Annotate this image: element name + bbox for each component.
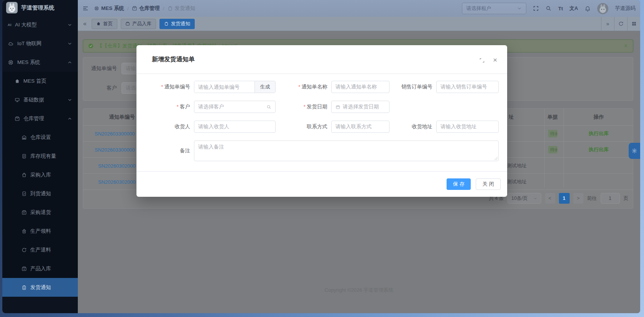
field-label-notice-no: *通知单编号 [147, 83, 194, 90]
sidebar-item-production-pick[interactable]: 生产领料 [2, 222, 78, 240]
sidebar-item-ai[interactable]: AI AI 大模型 [2, 15, 78, 34]
sidebar-item-label: 发货通知 [30, 284, 51, 291]
hamburger-icon[interactable] [82, 5, 89, 11]
field-label-address: 收货地址 [397, 123, 436, 130]
sn-link[interactable]: SN20260302000 [98, 158, 136, 174]
tab-product-in[interactable]: 产品入库 [121, 19, 156, 29]
sn-link[interactable]: SN20260302000 [98, 174, 136, 190]
sidebar-item-mes[interactable]: MES 系统 [2, 53, 78, 72]
refresh-icon[interactable] [614, 17, 627, 31]
grid-menu-icon[interactable] [627, 17, 640, 31]
sidebar-item-label: 生产退料 [30, 247, 51, 253]
bag-icon [21, 172, 27, 178]
breadcrumb: MES 系统 / 仓库管理 / 发货通知 [94, 5, 196, 12]
sidebar-item-label: 仓库设置 [30, 134, 51, 141]
sn-link[interactable]: SN202603300000 [95, 142, 135, 158]
sidebar-item-label: 采购入库 [30, 172, 51, 178]
address-input[interactable]: 请输入收货地址 [436, 121, 499, 133]
sidebar-item-label: 生产领料 [30, 228, 51, 235]
execute-outbound-link[interactable]: 执行出库 [578, 126, 620, 142]
required-mark: * [298, 84, 300, 90]
pagination: 共 4 条 10条/页 < 1 > 前往 1 页 [489, 193, 628, 204]
generate-button[interactable]: 生成 [255, 81, 275, 93]
goto-label: 前往 [587, 195, 597, 202]
save-button[interactable]: 保 存 [447, 178, 471, 190]
goto-page-input[interactable]: 1 [601, 193, 620, 204]
current-page-button[interactable]: 1 [559, 193, 570, 204]
bell-icon[interactable] [585, 5, 591, 11]
resize-handle[interactable] [494, 156, 498, 160]
sidebar-item-production-return[interactable]: 生产退料 [2, 240, 78, 259]
sidebar-item-label: 基础数据 [23, 96, 44, 103]
copyright-footer: Copyright ©2026 芋道管理系统 [78, 287, 640, 294]
sales-order-no-input[interactable]: 请输入销售订单编号 [436, 81, 499, 93]
sidebar-item-shipping-notice[interactable]: 发货通知 [2, 278, 78, 297]
sidebar-item-warehouse-mgmt[interactable]: 仓库管理 [2, 109, 78, 128]
sidebar-item-label: MES 系统 [17, 59, 40, 66]
close-button[interactable]: 关 闭 [476, 178, 501, 190]
field-label-receiver: 收货人 [147, 123, 194, 130]
theme-settings-button[interactable] [629, 143, 640, 159]
rabbit-logo-icon [6, 2, 18, 13]
document-icon [21, 154, 27, 159]
refresh-icon [21, 247, 27, 253]
font-size-icon[interactable]: Tt [558, 6, 563, 11]
search-icon[interactable] [545, 5, 552, 11]
notice-no-input-group: 请输入通知单编号 生成 [194, 81, 276, 93]
receiver-input[interactable]: 请输入收货人 [194, 121, 276, 133]
sidebar-item-arrival-notice[interactable]: 到货通知 [2, 184, 78, 203]
top-navbar: MES 系统 / 仓库管理 / 发货通知 请选择租户 [78, 0, 640, 17]
sidebar-item-product-in[interactable]: 产品入库 [2, 259, 78, 278]
tab-home[interactable]: 首页 [92, 19, 117, 29]
bag-out-icon [21, 229, 27, 234]
sidebar-item-iot[interactable]: IoT 物联网 [2, 34, 78, 53]
sidebar-item-stock-onhand[interactable]: 库存现有量 [2, 147, 78, 165]
breadcrumb-item-mes[interactable]: MES 系统 [94, 5, 124, 12]
logo-row[interactable]: 芋道管理系统 [2, 0, 78, 15]
sidebar-item-base-data[interactable]: 基础数据 [2, 90, 78, 109]
close-icon[interactable]: × [624, 42, 628, 49]
gear-icon [631, 148, 637, 154]
dialog-close-icon[interactable]: × [493, 57, 497, 63]
sidebar-item-label: 仓库管理 [23, 115, 44, 122]
fullscreen-icon[interactable] [533, 5, 539, 11]
search-icon [266, 105, 271, 109]
app-window: 芋道管理系统 AI AI 大模型 IoT 物联网 MES 系统 MES 首页 基… [2, 0, 640, 313]
tab-label: 发货通知 [171, 21, 190, 27]
page-size-select[interactable]: 10条/页 [508, 193, 541, 204]
tabs-scroll-right-icon[interactable]: » [601, 17, 614, 31]
translate-icon[interactable]: 文A [570, 5, 578, 12]
breadcrumb-item-warehouse[interactable]: 仓库管理 [132, 5, 160, 12]
remark-textarea[interactable]: 请输入备注 [194, 141, 499, 161]
sidebar-item-warehouse-setting[interactable]: 仓库设置 [2, 128, 78, 147]
tenant-select[interactable]: 请选择租户 [462, 3, 526, 14]
dialog-fullscreen-icon[interactable] [479, 57, 485, 63]
package-icon [15, 116, 20, 121]
notice-name-input[interactable]: 请输入通知单名称 [331, 81, 389, 93]
customer-select[interactable]: 请选择客户 [194, 101, 276, 113]
username[interactable]: 芋道源码 [615, 5, 636, 12]
avatar[interactable] [597, 3, 608, 14]
contact-input[interactable]: 请输入联系方式 [331, 121, 389, 133]
notice-no-input[interactable]: 请输入通知单编号 [194, 81, 255, 93]
sn-link[interactable]: SN202603300000 [95, 126, 135, 142]
prev-page-button[interactable]: < [545, 193, 555, 204]
clipboard-icon [168, 6, 173, 11]
sidebar-item-purchase-in[interactable]: 采购入库 [2, 165, 78, 184]
sidebar-item-purchase-return[interactable]: 采购退货 [2, 203, 78, 222]
home-icon [15, 78, 20, 84]
sidebar-item-mes-home[interactable]: MES 首页 [2, 72, 78, 90]
ship-date-picker[interactable]: 请选择发货日期 [331, 101, 389, 113]
chevron-down-icon [533, 196, 537, 201]
app-title: 芋道管理系统 [21, 4, 54, 11]
breadcrumb-separator: / [127, 6, 129, 11]
tab-shipping-notice[interactable]: 发货通知 [159, 19, 195, 29]
next-page-button[interactable]: > [573, 193, 583, 204]
execute-outbound-link[interactable]: 执行出库 [578, 142, 620, 158]
sidebar-item-label: MES 首页 [23, 78, 46, 85]
tabs-scroll-left-icon[interactable]: « [82, 20, 88, 27]
dialog-footer: 保 存 关 闭 [136, 171, 507, 197]
sidebar: 芋道管理系统 AI AI 大模型 IoT 物联网 MES 系统 MES 首页 基… [2, 0, 78, 313]
dialog-title: 新增发货通知单 [152, 56, 195, 64]
field-label-remark: 备注 [147, 147, 194, 154]
